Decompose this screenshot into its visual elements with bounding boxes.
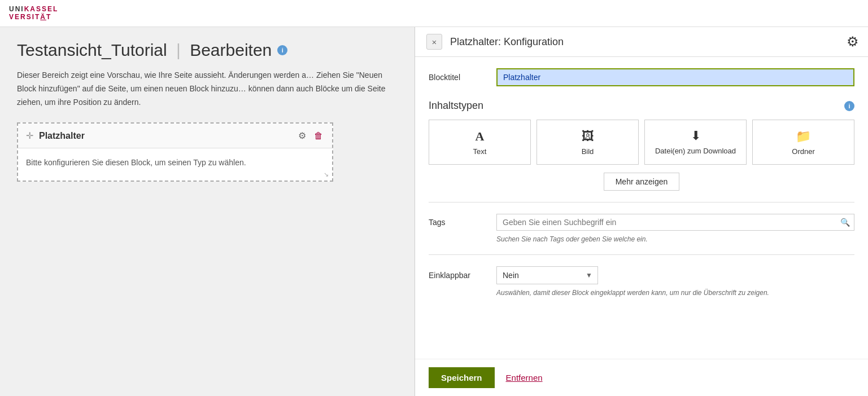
block-settings-button[interactable]: ⚙ [297, 129, 307, 142]
content-type-text[interactable]: A Text [429, 120, 531, 165]
settings-gear-icon[interactable]: ⚙ [847, 34, 859, 50]
panel-close-button[interactable]: × [426, 34, 442, 50]
content-type-bild[interactable]: 🖼 Bild [536, 120, 639, 165]
bild-type-icon: 🖼 [582, 129, 594, 144]
right-panel-body: Blocktitel Inhaltstypen i A Text [415, 57, 868, 359]
tags-search-icon: 🔍 [840, 218, 850, 227]
info-icon-title[interactable]: i [277, 45, 287, 55]
panel-title: Platzhalter: Konfiguration [450, 36, 857, 48]
einklappbar-hint: Auswählen, damit dieser Block eingeklapp… [496, 289, 854, 297]
block-container: ✛ Platzhalter ⚙ 🗑 Bitte konfigurieren Si… [17, 122, 333, 181]
einklappbar-row: Einklappbar Nein Ja ▼ [429, 266, 854, 284]
blocktitel-input[interactable] [496, 68, 854, 86]
right-panel-header: × Platzhalter: Konfiguration ⚙ [415, 27, 868, 57]
top-bar: UNIKASSEL VERSITÄT [0, 0, 868, 27]
blocktitel-label: Blocktitel [429, 73, 496, 82]
remove-button[interactable]: Entfernen [506, 373, 543, 382]
ordner-type-icon: 📁 [796, 129, 811, 144]
left-panel: Testansicht_Tutorial | Bearbeiten i Dies… [0, 27, 415, 396]
save-button[interactable]: Speichern [429, 367, 495, 388]
divider-1 [429, 202, 854, 203]
tags-row: Tags 🔍 [429, 214, 854, 231]
inhaltstypen-section: Inhaltstypen i A Text 🖼 Bild [429, 100, 854, 191]
content-type-download[interactable]: ⬇ Datei(en) zum Download [644, 120, 747, 165]
block-title: Platzhalter [39, 131, 297, 141]
resize-handle-icon[interactable]: ↘ [324, 171, 329, 178]
einklappbar-select[interactable]: Nein Ja [496, 266, 598, 284]
drag-handle-icon[interactable]: ✛ [26, 130, 33, 141]
download-type-label: Datei(en) zum Download [655, 147, 736, 156]
blocktitel-row: Blocktitel [429, 68, 854, 86]
block-delete-button[interactable]: 🗑 [313, 129, 324, 142]
block-placeholder-text: Bitte konfigurieren Sie diesen Block, um… [26, 156, 324, 169]
ordner-type-label: Ordner [792, 147, 814, 156]
bild-type-label: Bild [582, 147, 594, 156]
einklappbar-label: Einklappbar [429, 271, 496, 280]
inhaltstypen-info-icon[interactable]: i [844, 101, 854, 111]
download-type-icon: ⬇ [691, 129, 701, 143]
right-panel: × Platzhalter: Konfiguration ⚙ Blocktite… [415, 27, 868, 396]
content-type-ordner[interactable]: 📁 Ordner [752, 120, 854, 165]
inhaltstypen-title: Inhaltstypen [429, 100, 844, 112]
page-description: Dieser Bereich zeigt eine Vorschau, wie … [17, 69, 398, 109]
tags-hint: Suchen Sie nach Tags oder geben Sie welc… [496, 235, 854, 243]
bottom-actions: Speichern Entfernen [415, 359, 868, 396]
logo-bottom: VERSITÄT [9, 14, 58, 21]
block-body: Bitte konfigurieren Sie diesen Block, um… [18, 148, 332, 180]
text-type-label: Text [473, 147, 487, 156]
content-type-grid: A Text 🖼 Bild ⬇ Datei(en) zum Download [429, 120, 854, 165]
text-type-icon: A [476, 129, 485, 144]
block-actions: ⚙ 🗑 [297, 129, 324, 142]
page-title: Testansicht_Tutorial | Bearbeiten [17, 41, 272, 60]
logo: UNIKASSEL VERSITÄT [9, 6, 58, 21]
block-header: ✛ Platzhalter ⚙ 🗑 [18, 124, 332, 148]
tags-input[interactable] [496, 214, 854, 231]
tags-label: Tags [429, 218, 496, 227]
mehr-anzeigen-button[interactable]: Mehr anzeigen [604, 173, 680, 191]
logo-top: UNIKASSEL [9, 6, 58, 14]
divider-2 [429, 254, 854, 255]
